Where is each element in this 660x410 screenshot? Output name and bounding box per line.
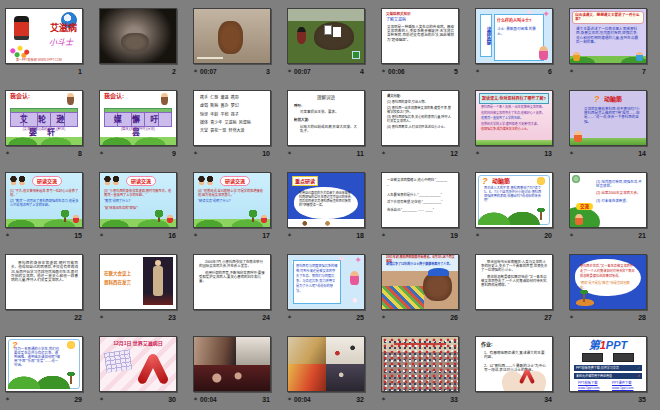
cartoon-kids <box>197 175 215 185</box>
slide-cell-16[interactable]: 研读交流 (3) “小恩科西的身体非常虚弱,随时可能死去。他竟然一直挺到了上学的… <box>99 172 177 240</box>
link-list-left[interactable]: PPT模板下载www.1ppt.com <box>578 382 604 392</box>
slide-11-thumbnail[interactable]: 理解词语 呼吁:对某事提出主张、要求。 轩然大波:比喻大的纠纷或风潮,形容大风波… <box>287 90 365 146</box>
slide-5-thumbnail[interactable]: 艾滋病相关知识 了解艾滋病 艾滋病是一种威胁人类生命的传染病。感染艾滋病毒的人,… <box>381 8 459 64</box>
slide-28-thumbnail[interactable]: 恩科西去世后,“又一条生命被艾滋病夺走了!一个人究竟该如何对待天灾?”南非前总统… <box>569 254 647 310</box>
body-lines: (1) “不久,他又被母亲遗弃,幸亏一位好心人收养了他。”(2) “竟然”一词写… <box>10 190 79 210</box>
slide-29-thumbnail[interactable]: ? 作为一名普通的小学生,我们也要珍爱生命并与厄运抗争。遇到困难、遇到挫折该如何… <box>5 336 83 392</box>
slide-cell-21[interactable]: (1) 坦然面对疾病,顽强生活,不轻言放弃。(2) 出席2000年艾滋病大会。 … <box>569 172 647 240</box>
slide-12-label: 12 <box>381 149 459 158</box>
slide-26-label: 26 <box>381 313 459 322</box>
slide-cell-10[interactable]: 携手 仁慈 遭遇 携带虚弱 疾病 置办 梦幻 惊讶 年龄 平和 孩子媒体 青少年… <box>193 90 271 158</box>
paragraphs: 2000年7月,小恩科西参加了在南非举行的国际艾滋病大会,并在会上发言。他用纤弱… <box>199 260 266 286</box>
slide-17-thumbnail[interactable]: 研读交流 (4) “他曾经说,自己很想上学,可是学校拒绝接收他,因为他是艾滋病患… <box>193 172 271 228</box>
animation-star-icon <box>475 149 480 158</box>
slide-cell-4[interactable]: 00:07 4 <box>287 8 365 76</box>
slide-cell-8[interactable]: 我会认: 艾 轮 逊 婴 轩 (艾滋)(轮船)(谦逊)(婴儿)(轩昂) 8 <box>5 90 83 158</box>
slide-cell-7[interactable]: 自由读课文、想想课文主要讲了一件什么事? 课文主要讲述了一位南非黑人男孩恩科西,… <box>569 8 647 76</box>
slide-22-thumbnail[interactable]: 恩科西的身体非常虚弱,随时可能死去。他得知自己的病情后,不仅没有悲观消沉,反而开… <box>5 254 83 310</box>
star-decoration-icon: ✦ <box>354 255 362 266</box>
slide-cell-23[interactable]: 在联大会议上恩科西在发言 23 <box>99 254 177 322</box>
animation-star-icon <box>475 67 480 76</box>
slide-25-label: 25 <box>287 313 365 322</box>
slide-cell-35[interactable]: 第1PPT PPT模板免费下载,仅供学习交流✓ 未经允许请勿用于商业用途✗ PP… <box>569 336 647 404</box>
slide-cell-2[interactable]: 2 <box>99 8 177 76</box>
slide-10-thumbnail[interactable]: 携手 仁慈 遭遇 携带虚弱 疾病 置办 梦幻 惊讶 年龄 平和 孩子媒体 青少年… <box>193 90 271 146</box>
slide-number: 11 <box>357 150 365 157</box>
slide-number: 17 <box>262 232 271 239</box>
slide-cell-15[interactable]: 研读交流 (1) “不久,他又被母亲遗弃,幸亏一位好心人收养了他。”(2) “竟… <box>5 172 83 240</box>
slide-number: 10 <box>262 150 271 157</box>
slide-cell-28[interactable]: 恩科西去世后,“又一条生命被艾滋病夺走了!一个人究竟该如何对待天灾?”南非前总统… <box>569 254 647 322</box>
slide-cell-32[interactable]: 00:04 32 <box>287 336 365 404</box>
slide-33-thumbnail[interactable] <box>381 336 459 392</box>
slide-21-thumbnail[interactable]: (1) 坦然面对疾病,顽强生活,不轻言放弃。(2) 出席2000年艾滋病大会。 … <box>569 172 647 228</box>
slide-23-thumbnail[interactable]: 在联大会议上恩科西在发言 <box>99 254 177 310</box>
slide-cell-25[interactable]: ✦ 恩科西有与病魔顽强抗争的精神,可到头来还是被艾滋病夺去了生命。那我们与病魔抗… <box>287 254 365 322</box>
slide-12-thumbnail[interactable]: 课文分段:(1) 恩科西的身世,引出人物。 (2) 恩科西一出生就携带艾滋病毒,… <box>381 90 459 146</box>
slide-cell-1[interactable]: 艾滋病 小斗士 第一PPT模板网 WWW.1PPT.COM 1 <box>5 8 83 76</box>
slide-6-label: 6 <box>475 67 553 76</box>
slide-30-thumbnail[interactable]: 12月1日 世界艾滋病日 <box>99 336 177 392</box>
slide-27-thumbnail[interactable]: 联合国秘书长安南感叹:人类与艾滋病斗争的历史上,失去了一个勇敢的声音,世界失去了… <box>475 254 553 310</box>
subheading: 了解艾滋病 <box>386 18 406 23</box>
slide-number: 24 <box>262 314 271 321</box>
slide-cell-19[interactable]: 一旦被艾滋病魔缠上,他心中明白:“______” 人生最宝贵的是什么:“____… <box>381 172 459 240</box>
slide-cell-30[interactable]: 12月1日 世界艾滋病日 30 <box>99 336 177 404</box>
slide-4-thumbnail[interactable] <box>287 8 365 64</box>
slide-cell-18[interactable]: 重点研读 先用自己喜欢的方式读课文,画出体现恩科西顽强的语句,在旁边写写自己的体… <box>287 172 365 240</box>
slide-31-thumbnail[interactable] <box>193 336 271 392</box>
slide-2-thumbnail[interactable] <box>99 8 177 64</box>
slide-number: 26 <box>450 314 459 321</box>
slide-cell-13[interactable]: 默读课文:你对恩科西有了哪些了解? 恩科西是一个黑人男孩,一出生就携带艾滋病毒。… <box>475 90 553 158</box>
slide-19-thumbnail[interactable]: 一旦被艾滋病魔缠上,他心中明白:“______” 人生最宝贵的是什么:“____… <box>381 172 459 228</box>
slide-20-thumbnail[interactable]: ? 动脑筋 面对这么大的不幸,恩科西害怕了吗?读文5、6、7三个自然段并分小组讨… <box>475 172 553 228</box>
slide-18-thumbnail[interactable]: 重点研读 先用自己喜欢的方式读课文,画出体现恩科西顽强的语句,在旁边写写自己的体… <box>287 172 365 228</box>
photo-bottom-right <box>326 364 364 391</box>
slide-3-thumbnail[interactable] <box>193 8 271 64</box>
exchange-button[interactable]: 交流 <box>576 203 593 210</box>
slide-cell-14[interactable]: ? 动脑筋 艾滋病折磨着恩科西,他不害怕吗?小恩科西是怎么做的呢?用“虽然……但… <box>569 90 647 158</box>
slide-cell-31[interactable]: 00:04 31 <box>193 336 271 404</box>
slide-cell-27[interactable]: 联合国秘书长安南感叹:人类与艾滋病斗争的历史上,失去了一个勇敢的声音,世界失去了… <box>475 254 553 322</box>
slide-19-label: 19 <box>381 231 459 240</box>
slide-cell-33[interactable]: 33 <box>381 336 459 404</box>
slide-13-thumbnail[interactable]: 默读课文:你对恩科西有了哪些了解? 恩科西是一个黑人男孩,一出生就携带艾滋病毒。… <box>475 90 553 146</box>
slide-number: 14 <box>638 150 647 157</box>
slide-cell-20[interactable]: ? 动脑筋 面对这么大的不幸,恩科西害怕了吗?读文5、6、7三个自然段并分小组讨… <box>475 172 553 240</box>
slide-cell-34[interactable]: 作业: 1、有感情地朗读课文,复述课文的主要内容。2、以“恩科西——个勇敢的斗士… <box>475 336 553 404</box>
slide-20-label: 20 <box>475 231 553 240</box>
slide-24-thumbnail[interactable]: 2000年7月,小恩科西参加了在南非举行的国际艾滋病大会,并在会上发言。他用纤弱… <box>193 254 271 310</box>
slide-14-thumbnail[interactable]: ? 动脑筋 艾滋病折磨着恩科西,他不害怕吗?小恩科西是怎么做的呢?用“虽然……但… <box>569 90 647 146</box>
slide-25-thumbnail[interactable]: ✦ 恩科西有与病魔顽强抗争的精神,可到头来还是被艾滋病夺去了生命。那我们与病魔抗… <box>287 254 365 310</box>
slide-15-thumbnail[interactable]: 研读交流 (1) “不久,他又被母亲遗弃,幸亏一位好心人收养了他。”(2) “竟… <box>5 172 83 228</box>
slide-cell-12[interactable]: 课文分段:(1) 恩科西的身世,引出人物。 (2) 恩科西一出生就携带艾滋病毒,… <box>381 90 459 158</box>
slide-cell-9[interactable]: 我会认: 媒 懈 吁 昙 (媒体)(松懈)(呼吁)(昙花) 9 <box>99 90 177 158</box>
slide-16-thumbnail[interactable]: 研读交流 (3) “小恩科西的身体非常虚弱,随时可能死去。他竟然一直挺到了上学的… <box>99 172 177 228</box>
slide-6-thumbnail[interactable]: ✦ 读题质疑 什么样的人叫斗士? 斗士: 勇敢面对困难 的勇士。 <box>475 8 553 64</box>
slide-32-thumbnail[interactable] <box>287 336 365 392</box>
slide-cell-5[interactable]: 艾滋病相关知识 了解艾滋病 艾滋病是一种威胁人类生命的传染病。感染艾滋病毒的人,… <box>381 8 459 76</box>
slide-34-thumbnail[interactable]: 作业: 1、有感情地朗读课文,复述课文的主要内容。2、以“恩科西——个勇敢的斗士… <box>475 336 553 392</box>
slide-8-thumbnail[interactable]: 我会认: 艾 轮 逊 婴 轩 (艾滋)(轮船)(谦逊)(婴儿)(轩昂) <box>5 90 83 146</box>
slide-cell-22[interactable]: 恩科西的身体非常虚弱,随时可能死去。他得知自己的病情后,不仅没有悲观消沉,反而开… <box>5 254 83 322</box>
slide-cell-29[interactable]: ? 作为一名普通的小学生,我们也要珍爱生命并与厄运抗争。遇到困难、遇到挫折该如何… <box>5 336 83 404</box>
transition-time: 00:07 <box>200 68 217 75</box>
slide-cell-11[interactable]: 理解词语 呼吁:对某事提出主张、要求。 轩然大波:比喻大的纠纷或风潮,形容大风波… <box>287 90 365 158</box>
animation-star-icon <box>193 395 198 404</box>
animation-star-icon <box>193 149 198 158</box>
slide-cell-17[interactable]: 研读交流 (4) “他曾经说,自己很想上学,可是学校拒绝接收他,因为他是艾滋病患… <box>193 172 271 240</box>
slide-7-thumbnail[interactable]: 自由读课文、想想课文主要讲了一件什么事? 课文主要讲述了一位南非黑人男孩恩科西,… <box>569 8 647 64</box>
slide-9-thumbnail[interactable]: 我会认: 媒 懈 吁 昙 (媒体)(松懈)(呼吁)(昙花) <box>99 90 177 146</box>
slide-cell-24[interactable]: 2000年7月,小恩科西参加了在南非举行的国际艾滋病大会,并在会上发言。他用纤弱… <box>193 254 271 322</box>
vertical-title: 读题质疑 <box>480 14 492 57</box>
slide-26-thumbnail[interactable]: 2001年初,恩科西的病情开始恶化。6月1日,这个同艾滋病顽强抗争了12年的小斗… <box>381 254 459 310</box>
slide-35-thumbnail[interactable]: 第1PPT PPT模板免费下载,仅供学习交流✓ 未经允许请勿用于商业用途✗ PP… <box>569 336 647 392</box>
slide-number: 13 <box>544 150 553 157</box>
link-list-right[interactable]: PPT课件下载www.1ppt.com <box>612 382 640 392</box>
slide-cell-3[interactable]: 00:07 3 <box>193 8 271 76</box>
slide-number: 16 <box>168 232 177 239</box>
slide-cell-26[interactable]: 2001年初,恩科西的病情开始恶化。6月1日,这个同艾滋病顽强抗争了12年的小斗… <box>381 254 459 322</box>
heading: 12月1日 世界艾滋病日 <box>100 340 176 346</box>
slide-1-thumbnail[interactable]: 艾滋病 小斗士 第一PPT模板网 WWW.1PPT.COM <box>5 8 83 64</box>
slide-cell-6[interactable]: ✦ 读题质疑 什么样的人叫斗士? 斗士: 勇敢面对困难 的勇士。 6 <box>475 8 553 76</box>
